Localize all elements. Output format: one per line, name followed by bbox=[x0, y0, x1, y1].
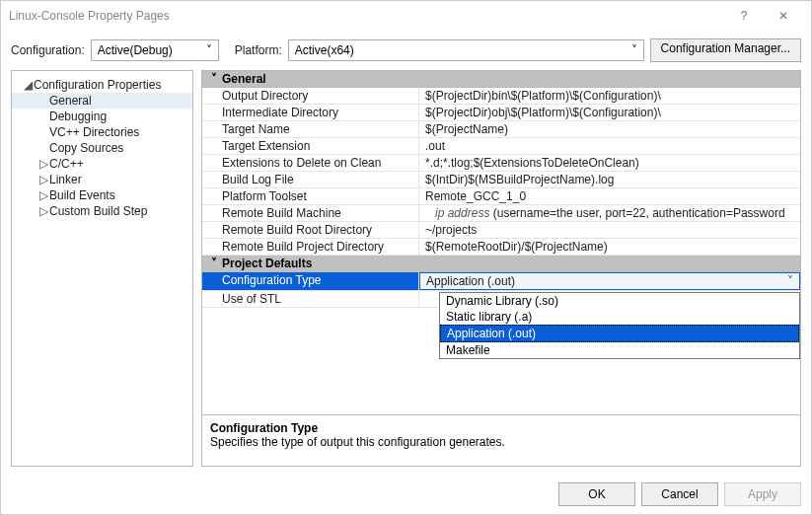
prop-value[interactable]: $(ProjectDir)bin\$(Platform)\$(Configura… bbox=[419, 88, 800, 104]
prop-value-configtype[interactable]: Application (.out)˅ bbox=[419, 272, 800, 290]
expand-icon: ▷ bbox=[37, 157, 49, 171]
dropdown-option[interactable]: Static library (.a) bbox=[440, 309, 799, 325]
configtype-dropdown[interactable]: Dynamic Library (.so) Static library (.a… bbox=[439, 292, 800, 359]
prop-name: Extensions to Delete on Clean bbox=[202, 155, 419, 171]
prop-value[interactable]: .out bbox=[419, 138, 800, 154]
button-bar: OK Cancel Apply bbox=[1, 475, 811, 514]
prop-name: Remote Build Root Directory bbox=[202, 222, 419, 238]
expand-icon: ▷ bbox=[37, 204, 49, 218]
dropdown-option[interactable]: Application (.out) bbox=[440, 325, 799, 342]
prop-name: Build Log File bbox=[202, 172, 419, 187]
chevron-down-icon: ˅ bbox=[631, 43, 637, 57]
help-panel: Configuration Type Specifies the type of… bbox=[202, 414, 800, 466]
close-icon[interactable]: ✕ bbox=[764, 2, 803, 30]
prop-name: Remote Build Machine bbox=[202, 205, 419, 221]
configuration-combo[interactable]: Active(Debug) ˅ bbox=[91, 39, 219, 61]
tree-item-general[interactable]: General bbox=[12, 93, 192, 109]
tree-item-custombuild[interactable]: ▷Custom Build Step bbox=[12, 203, 192, 219]
platform-value: Active(x64) bbox=[295, 43, 354, 57]
help-desc: Specifies the type of output this config… bbox=[210, 435, 792, 449]
main-area: ◢ Configuration Properties General Debug… bbox=[1, 70, 811, 475]
tree-root[interactable]: ◢ Configuration Properties bbox=[12, 77, 192, 93]
collapse-icon: ◢ bbox=[22, 78, 34, 92]
cancel-button[interactable]: Cancel bbox=[641, 482, 718, 506]
prop-value[interactable]: ip address (username=the user, port=22, … bbox=[419, 205, 800, 221]
collapse-icon: ˅ bbox=[206, 72, 222, 86]
tree-root-label: Configuration Properties bbox=[34, 78, 161, 92]
prop-name: Use of STL bbox=[202, 291, 419, 307]
property-grid: ˅General Output Directory$(ProjectDir)bi… bbox=[202, 71, 800, 414]
help-title: Configuration Type bbox=[210, 421, 792, 435]
section-general[interactable]: ˅General bbox=[202, 71, 800, 88]
prop-name: Target Name bbox=[202, 121, 419, 137]
prop-value[interactable]: $(RemoteRootDir)/$(ProjectName) bbox=[419, 239, 800, 255]
chevron-down-icon: ˅ bbox=[206, 43, 212, 57]
tree-item-copysources[interactable]: Copy Sources bbox=[12, 140, 192, 156]
platform-label: Platform: bbox=[235, 43, 282, 57]
prop-value[interactable]: ~/projects bbox=[419, 222, 800, 238]
help-icon[interactable]: ? bbox=[724, 2, 764, 30]
prop-name: Remote Build Project Directory bbox=[202, 239, 419, 255]
prop-value[interactable]: Remote_GCC_1_0 bbox=[419, 188, 800, 204]
prop-name: Configuration Type bbox=[202, 272, 419, 290]
chevron-down-icon[interactable]: ˅ bbox=[787, 274, 793, 288]
window-title: Linux-Console Property Pages bbox=[9, 9, 724, 23]
configuration-manager-button[interactable]: Configuration Manager... bbox=[650, 38, 801, 62]
ok-button[interactable]: OK bbox=[558, 482, 635, 506]
prop-value[interactable]: $(ProjectDir)obj\$(Platform)\$(Configura… bbox=[419, 105, 800, 120]
configuration-value: Active(Debug) bbox=[98, 43, 173, 57]
platform-combo[interactable]: Active(x64) ˅ bbox=[288, 39, 644, 61]
section-defaults[interactable]: ˅Project Defaults bbox=[202, 256, 800, 272]
titlebar: Linux-Console Property Pages ? ✕ bbox=[1, 1, 811, 31]
dropdown-option[interactable]: Makefile bbox=[440, 342, 799, 358]
expand-icon: ▷ bbox=[37, 173, 49, 186]
tree-item-buildevents[interactable]: ▷Build Events bbox=[12, 187, 192, 203]
prop-name: Platform Toolset bbox=[202, 188, 419, 204]
tree-item-ccpp[interactable]: ▷C/C++ bbox=[12, 156, 192, 172]
property-panel: ˅General Output Directory$(ProjectDir)bi… bbox=[201, 70, 801, 467]
prop-value[interactable]: $(IntDir)$(MSBuildProjectName).log bbox=[419, 172, 800, 187]
expand-icon: ▷ bbox=[37, 188, 49, 202]
configuration-label: Configuration: bbox=[11, 43, 85, 57]
config-toolbar: Configuration: Active(Debug) ˅ Platform:… bbox=[1, 31, 811, 70]
prop-name: Output Directory bbox=[202, 88, 419, 104]
prop-name: Intermediate Directory bbox=[202, 105, 419, 120]
nav-tree[interactable]: ◢ Configuration Properties General Debug… bbox=[11, 70, 193, 467]
tree-item-debugging[interactable]: Debugging bbox=[12, 109, 192, 124]
collapse-icon: ˅ bbox=[206, 257, 222, 270]
tree-item-linker[interactable]: ▷Linker bbox=[12, 172, 192, 187]
dropdown-option[interactable]: Dynamic Library (.so) bbox=[440, 293, 799, 309]
prop-value[interactable]: *.d;*.tlog;$(ExtensionsToDeleteOnClean) bbox=[419, 155, 800, 171]
tree-item-vcdirs[interactable]: VC++ Directories bbox=[12, 124, 192, 140]
apply-button: Apply bbox=[724, 482, 801, 506]
prop-value[interactable]: $(ProjectName) bbox=[419, 121, 800, 137]
prop-name: Target Extension bbox=[202, 138, 419, 154]
